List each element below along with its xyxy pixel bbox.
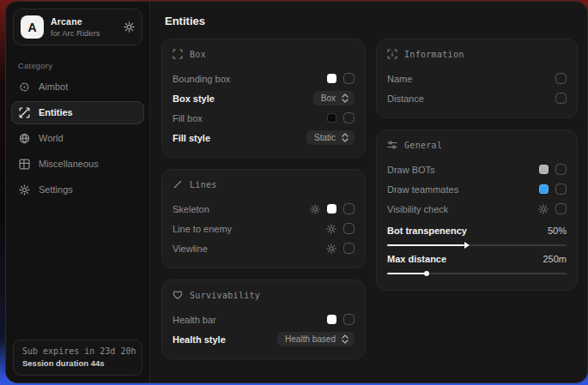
sidebar: A Arcane for Arc Riders Category <box>6 2 150 382</box>
row-label: Health style <box>173 334 226 345</box>
max-distance-value: 250m <box>543 254 567 264</box>
crosshair-icon <box>19 81 30 93</box>
color-swatch[interactable] <box>327 204 336 214</box>
bot-transparency-slider[interactable] <box>387 244 567 246</box>
slider-arrow-knob[interactable] <box>464 242 470 249</box>
information-panel: Information Name Distance <box>376 39 578 118</box>
fill-style-row: Fill style Static <box>173 129 355 147</box>
row-label: Bot transpenency <box>387 226 467 236</box>
sidebar-item-label: Entities <box>39 107 73 117</box>
gear-icon[interactable] <box>326 224 336 234</box>
brand-card: A Arcane for Arc Riders <box>13 9 142 45</box>
info-scan-icon <box>387 49 397 59</box>
row-label: Skeleton <box>173 204 209 214</box>
max-distance-group: Max distance 250m <box>387 251 567 274</box>
diagonal-line-icon <box>173 179 183 189</box>
draw-teammates-checkbox[interactable] <box>555 183 567 195</box>
left-column: Box Bounding box Box style Box <box>161 39 366 359</box>
color-swatch[interactable] <box>539 165 549 174</box>
color-swatch[interactable] <box>539 184 549 194</box>
information-panel-header: Information <box>387 49 567 59</box>
survivability-panel-header: Survivability <box>173 290 355 300</box>
row-label: Distance <box>387 93 424 104</box>
slider-dot-knob[interactable] <box>424 271 429 276</box>
sidebar-item-label: Miscellaneous <box>39 159 99 169</box>
box-panel: Box Bounding box Box style Box <box>161 39 366 158</box>
sidebar-item-settings[interactable]: Settings <box>11 178 144 202</box>
color-swatch[interactable] <box>327 113 336 123</box>
right-column: Information Name Distance <box>376 39 578 291</box>
viewline-checkbox[interactable] <box>343 243 355 254</box>
gear-icon[interactable] <box>124 21 135 33</box>
box-style-dropdown[interactable]: Box <box>313 91 355 105</box>
sidebar-nav: Aimbot Entities World <box>6 74 149 202</box>
health-bar-row: Health bar <box>173 310 355 328</box>
general-panel-header: General <box>387 140 567 150</box>
row-label: Box style <box>173 93 215 104</box>
category-label: Category <box>18 61 149 70</box>
fill-style-dropdown[interactable]: Static <box>306 130 355 145</box>
health-style-dropdown[interactable]: Health based <box>277 332 355 346</box>
sidebar-item-entities[interactable]: Entities <box>11 101 144 124</box>
name-checkbox[interactable] <box>555 73 567 84</box>
survivability-panel: Survivability Health bar Health style He… <box>161 280 366 359</box>
health-bar-checkbox[interactable] <box>343 314 355 325</box>
grid-icon <box>19 159 30 170</box>
bounding-box-checkbox[interactable] <box>343 73 355 84</box>
viewline-row: Viewline <box>173 239 355 257</box>
sidebar-item-label: World <box>39 133 64 143</box>
main-content: Entities Box Bounding box <box>150 2 587 382</box>
box-style-row: Box style Box <box>173 89 355 107</box>
globe-icon <box>19 133 30 144</box>
row-label: Viewline <box>173 244 208 254</box>
sidebar-item-label: Aimbot <box>39 81 68 92</box>
sub-expiry-text: Sub expires in 23d 20h <box>22 346 133 356</box>
lines-panel-header: Lines <box>173 179 355 189</box>
subscription-card: Sub expires in 23d 20h Session duration … <box>13 340 142 376</box>
sidebar-item-world[interactable]: World <box>11 127 144 150</box>
line-to-enemy-checkbox[interactable] <box>343 223 355 234</box>
line-to-enemy-row: Line to enemy <box>173 220 355 238</box>
gear-icon <box>19 184 30 196</box>
gear-icon[interactable] <box>538 204 549 214</box>
lines-panel: Lines Skeleton <box>161 169 366 268</box>
row-label: Max distance <box>387 254 446 264</box>
skeleton-row: Skeleton <box>173 200 355 218</box>
sidebar-item-label: Settings <box>39 184 73 195</box>
row-label: Draw BOTs <box>387 165 435 175</box>
session-duration-text: Session duration 44s <box>22 358 133 368</box>
row-label: Draw teammates <box>387 184 458 195</box>
row-label: Bounding box <box>173 74 230 84</box>
visibility-check-row: Visibility check <box>387 200 567 218</box>
gear-icon[interactable] <box>310 204 320 214</box>
fill-box-checkbox[interactable] <box>343 112 355 123</box>
distance-checkbox[interactable] <box>555 93 567 104</box>
visibility-check-checkbox[interactable] <box>555 203 567 214</box>
bounding-box-row: Bounding box <box>173 69 355 87</box>
page-title: Entities <box>165 15 578 27</box>
app-window: A Arcane for Arc Riders Category <box>5 1 588 383</box>
chevrons-up-down-icon <box>342 334 349 344</box>
brand-logo: A <box>21 15 44 39</box>
row-label: Fill style <box>173 133 210 143</box>
sidebar-item-miscellaneous[interactable]: Miscellaneous <box>11 153 144 176</box>
brand-title: Arcane <box>51 16 117 27</box>
chevrons-up-down-icon <box>342 133 349 142</box>
scan-brackets-icon <box>173 49 183 59</box>
distance-row: Distance <box>387 89 567 107</box>
gear-icon[interactable] <box>326 244 336 254</box>
scan-person-icon <box>19 107 30 118</box>
color-swatch[interactable] <box>327 315 336 324</box>
color-swatch[interactable] <box>327 74 336 83</box>
box-panel-header: Box <box>173 49 355 59</box>
fill-box-row: Fill box <box>173 109 355 127</box>
row-label: Visibility check <box>387 204 448 214</box>
draw-bots-checkbox[interactable] <box>555 164 567 175</box>
health-style-row: Health style Health based <box>173 330 355 348</box>
draw-teammates-row: Draw teammates <box>387 180 567 198</box>
sidebar-item-aimbot[interactable]: Aimbot <box>11 75 144 99</box>
skeleton-checkbox[interactable] <box>343 203 355 214</box>
bot-transparency-value: 50% <box>548 226 567 236</box>
brand-text: Arcane for Arc Riders <box>51 16 117 38</box>
max-distance-slider[interactable] <box>387 273 567 274</box>
